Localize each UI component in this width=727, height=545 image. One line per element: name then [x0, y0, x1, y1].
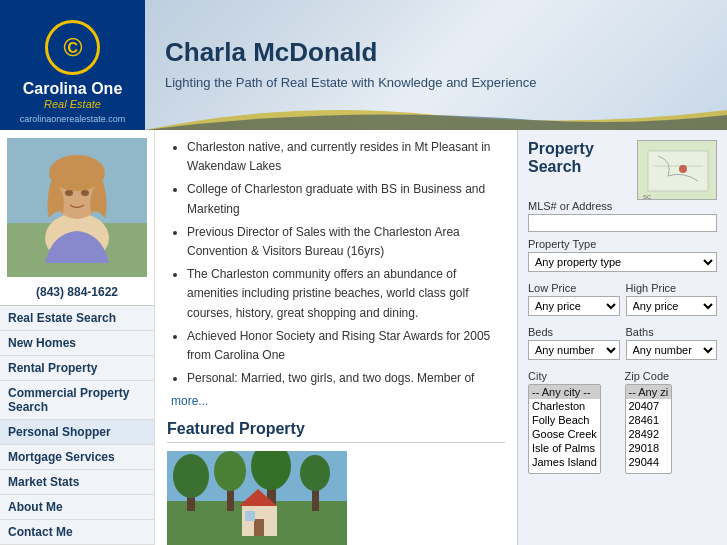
logo-url: carolinaonerealestate.com [20, 114, 126, 124]
nav-item-personal-shopper[interactable]: Personal Shopper [0, 420, 154, 444]
navigation-menu: Real Estate SearchNew HomesRental Proper… [0, 305, 154, 545]
bio-item: The Charleston community offers an abund… [187, 265, 505, 323]
agent-tagline: Lighting the Path of Real Estate with Kn… [165, 74, 707, 92]
bio-item: Charleston native, and currently resides… [187, 138, 505, 176]
agent-photo [7, 138, 147, 277]
nav-item-about-me[interactable]: About Me [0, 495, 154, 519]
nav-item-real-estate-search[interactable]: Real Estate Search [0, 306, 154, 330]
svg-point-16 [300, 455, 330, 491]
logo-box: © Carolina One Real Estate carolinaonere… [0, 0, 145, 130]
low-price-label: Low Price [528, 282, 620, 294]
baths-label: Baths [626, 326, 718, 338]
nav-item-mortgage-services[interactable]: Mortgage Services [0, 445, 154, 469]
svg-point-12 [214, 451, 246, 491]
svg-point-10 [173, 454, 209, 498]
beds-label: Beds [528, 326, 620, 338]
mls-input[interactable] [528, 214, 717, 232]
city-label: City [528, 370, 621, 382]
header: © Carolina One Real Estate carolinaonere… [0, 0, 727, 130]
bio-item: Previous Director of Sales with the Char… [187, 223, 505, 261]
more-link[interactable]: more... [171, 394, 505, 408]
featured-property-image [167, 451, 347, 545]
header-decoration [145, 100, 727, 130]
agent-name: Charla McDonald [165, 37, 707, 68]
svg-text:SC: SC [643, 194, 652, 200]
svg-point-5 [65, 190, 73, 196]
property-type-select[interactable]: Any property typeSingle FamilyCondoTownh… [528, 252, 717, 272]
logo-company-name: Carolina One [23, 79, 123, 98]
agent-phone: (843) 884-1622 [0, 281, 154, 305]
featured-property-title: Featured Property [167, 420, 505, 443]
logo-icon: © [45, 20, 100, 75]
bio-item: College of Charleston graduate with BS i… [187, 180, 505, 218]
svg-point-6 [81, 190, 89, 196]
svg-rect-19 [254, 519, 264, 536]
beds-select[interactable]: Any number12345+ [528, 340, 620, 360]
center-content: Charleston native, and currently resides… [155, 130, 517, 545]
nav-item-contact-me[interactable]: Contact Me [0, 520, 154, 544]
logo-subtitle: Real Estate [44, 98, 101, 110]
main-layout: (843) 884-1622 Real Estate SearchNew Hom… [0, 130, 727, 545]
svg-point-22 [679, 165, 687, 173]
property-search-panel: SC Property Search MLS# or Address Prope… [517, 130, 727, 545]
nav-item-new-homes[interactable]: New Homes [0, 331, 154, 355]
sidebar: (843) 884-1622 Real Estate SearchNew Hom… [0, 130, 155, 545]
bio-item: Achieved Honor Society and Rising Star A… [187, 327, 505, 365]
nav-item-commercial-property-search[interactable]: Commercial Property Search [0, 381, 154, 419]
property-type-label: Property Type [528, 238, 717, 250]
nav-item-market-stats[interactable]: Market Stats [0, 470, 154, 494]
zip-listbox[interactable]: -- Any zi2040728461284922901829044 [625, 384, 673, 474]
mls-label: MLS# or Address [528, 200, 717, 212]
bio-list: Charleston native, and currently resides… [167, 138, 505, 388]
header-content: Charla McDonald Lighting the Path of Rea… [145, 0, 727, 130]
high-price-label: High Price [626, 282, 718, 294]
low-price-select[interactable]: Any price$50,000$100,000$150,000$200,000… [528, 296, 620, 316]
zip-label: Zip Code [625, 370, 718, 382]
bio-item: Personal: Married, two girls, and two do… [187, 369, 505, 388]
city-listbox[interactable]: -- Any city --CharlestonFolly BeachGoose… [528, 384, 601, 474]
map-thumbnail: SC [637, 140, 717, 200]
high-price-select[interactable]: Any price$50,000$100,000$150,000$200,000… [626, 296, 718, 316]
svg-rect-20 [245, 511, 255, 521]
nav-item-rental-property[interactable]: Rental Property [0, 356, 154, 380]
baths-select[interactable]: Any number12345+ [626, 340, 718, 360]
